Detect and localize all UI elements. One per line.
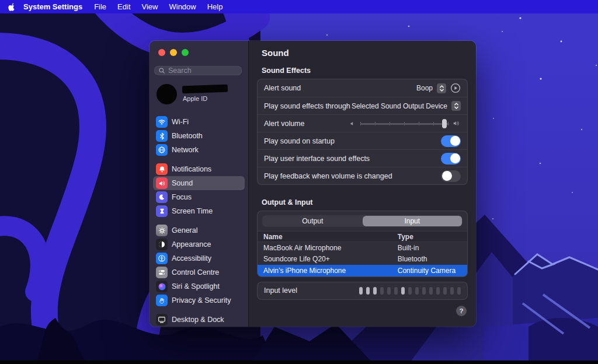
sidebar-item-accessibility[interactable]: Accessibility (153, 251, 245, 265)
desktop: System Settings File Edit View Window He… (0, 0, 598, 364)
play-through-stepper[interactable] (451, 101, 461, 111)
sidebar-item-appearance[interactable]: Appearance (153, 237, 245, 251)
settings-sidebar: Apple ID Wi-Fi Bluetooth (150, 41, 248, 327)
input-level-segment (422, 287, 426, 295)
device-name: Alvin’s iPhone Microphone (258, 267, 392, 275)
window-controls (158, 49, 248, 56)
sidebar-item-label: Privacy & Security (172, 296, 231, 304)
sidebar-item-label: Focus (172, 193, 192, 201)
network-globe-icon (156, 144, 168, 156)
menubar-app-name[interactable]: System Settings (23, 2, 82, 11)
sidebar-item-label: Network (172, 146, 199, 154)
play-through-label: Play sound effects through (264, 102, 350, 110)
input-level-label: Input level (264, 286, 297, 295)
table-row-selected[interactable]: Alvin’s iPhone Microphone Continuity Cam… (258, 265, 467, 276)
input-level-row: Input level (258, 282, 467, 299)
column-type: Type (392, 233, 467, 241)
table-row[interactable]: MacBook Air Microphone Built-in (258, 242, 467, 254)
input-level-segment (415, 287, 419, 295)
input-level-segment (457, 287, 461, 295)
search-icon (158, 67, 166, 75)
zoom-button[interactable] (182, 49, 189, 56)
hourglass-icon (156, 205, 168, 217)
startup-sound-toggle[interactable] (441, 135, 461, 147)
sidebar-item-network[interactable]: Network (153, 143, 245, 157)
sidebar-item-sound[interactable]: Sound (153, 176, 245, 190)
input-level-segment (436, 287, 440, 295)
alert-volume-thumb[interactable] (442, 119, 447, 128)
hand-icon (156, 295, 168, 306)
sidebar-item-desktop-dock[interactable]: Desktop & Dock (153, 313, 245, 327)
input-level-segment (394, 287, 398, 295)
sidebar-item-label: Sound (172, 179, 193, 187)
play-alert-sound-button[interactable] (450, 83, 461, 93)
speaker-icon (156, 177, 168, 189)
alert-sound-label: Alert sound (264, 84, 301, 92)
search-input[interactable] (168, 66, 238, 75)
volume-feedback-toggle[interactable] (441, 170, 461, 182)
search-field[interactable] (154, 66, 242, 75)
input-level-group: Input level (257, 282, 468, 300)
sound-panel: Sound Sound Effects Alert sound Boop (248, 41, 476, 327)
menu-edit[interactable]: Edit (117, 2, 130, 11)
bluetooth-icon (156, 130, 168, 142)
sidebar-item-notifications[interactable]: Notifications (153, 162, 245, 176)
menu-bar: System Settings File Edit View Window He… (0, 0, 598, 13)
toggle-knob (450, 153, 460, 163)
sidebar-item-label: General (172, 226, 197, 235)
sidebar-item-control-centre[interactable]: Control Centre (153, 265, 245, 279)
input-level-segment (408, 287, 412, 295)
input-level-segment (359, 287, 363, 295)
sidebar-item-privacy-security[interactable]: Privacy & Security (153, 293, 245, 307)
control-centre-icon (156, 267, 168, 278)
column-name: Name (258, 233, 392, 241)
sidebar-item-siri-spotlight[interactable]: Siri & Spotlight (153, 279, 245, 293)
sidebar-item-wifi[interactable]: Wi-Fi (153, 115, 245, 129)
table-header: Name Type (258, 231, 467, 242)
tab-input[interactable]: Input (363, 216, 463, 226)
device-type: Bluetooth (392, 255, 467, 263)
input-level-segment (366, 287, 370, 295)
toggle-knob (450, 136, 460, 146)
device-type: Continuity Camera (392, 267, 467, 275)
sidebar-item-screen-time[interactable]: Screen Time (153, 204, 245, 218)
output-input-header: Output & Input (262, 198, 468, 206)
minimize-button[interactable] (170, 49, 177, 56)
menu-help[interactable]: Help (207, 2, 223, 11)
menu-view[interactable]: View (142, 2, 158, 11)
tab-output[interactable]: Output (263, 216, 363, 226)
sidebar-item-label: Accessibility (172, 254, 211, 262)
ui-sound-label: Play user interface sound effects (264, 155, 370, 163)
menu-file[interactable]: File (94, 2, 106, 11)
input-level-segment (380, 287, 384, 295)
input-devices-table: Name Type MacBook Air Microphone Built-i… (258, 231, 467, 276)
menu-window[interactable]: Window (169, 2, 196, 11)
alert-sound-stepper[interactable] (437, 83, 446, 93)
sidebar-item-label: Screen Time (172, 207, 213, 215)
alert-volume-slider[interactable] (350, 119, 461, 128)
alert-sound-row: Alert sound Boop (258, 79, 467, 97)
play-through-value: Selected Sound Output Device (352, 102, 447, 110)
page-title: Sound (262, 48, 468, 58)
close-button[interactable] (158, 49, 165, 56)
siri-icon (156, 281, 168, 292)
input-level-segment (373, 287, 377, 295)
device-type: Built-in (392, 244, 467, 252)
apple-id-row[interactable]: Apple ID (157, 84, 248, 104)
alert-volume-label: Alert volume (264, 120, 304, 128)
sidebar-item-label: Appearance (172, 240, 211, 249)
ui-sound-row: Play user interface sound effects (258, 149, 467, 167)
apple-menu[interactable] (8, 2, 16, 11)
bell-icon (156, 163, 168, 175)
input-level-segment (450, 287, 454, 295)
sidebar-item-general[interactable]: General (153, 223, 245, 237)
ui-sound-toggle[interactable] (441, 153, 461, 164)
apple-id-label: Apple ID (183, 95, 207, 102)
sidebar-item-focus[interactable]: Focus (153, 190, 245, 204)
alert-volume-track[interactable] (360, 119, 449, 128)
sidebar-item-label: Bluetooth (172, 132, 203, 140)
accessibility-icon (156, 253, 168, 264)
help-button[interactable]: ? (456, 306, 467, 316)
table-row[interactable]: Soundcore Life Q20+ Bluetooth (258, 254, 467, 265)
sidebar-item-bluetooth[interactable]: Bluetooth (153, 129, 245, 143)
